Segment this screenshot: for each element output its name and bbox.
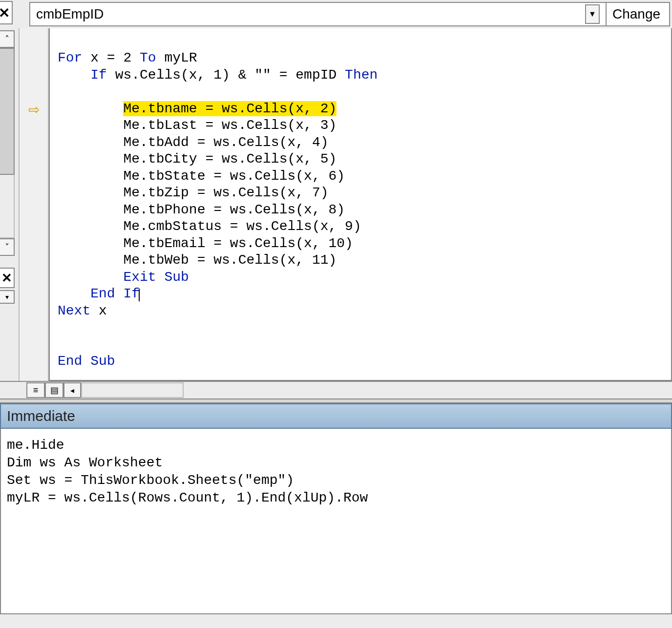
scrollbar-thumb[interactable] <box>0 48 15 175</box>
procedure-combo[interactable]: Change <box>607 2 670 26</box>
close-button[interactable]: ✕ <box>0 1 13 24</box>
full-module-view-button[interactable]: ▤ <box>45 382 63 398</box>
immediate-title: Immediate <box>7 408 75 424</box>
close-icon: ✕ <box>0 5 10 21</box>
margin-indicator-bar[interactable]: ⇨ <box>20 28 49 381</box>
panel-toggle[interactable]: ▾ <box>0 290 15 304</box>
keyword-end-if: End If <box>90 286 140 301</box>
code-editor[interactable]: For x = 2 To myLR If ws.Cells(x, 1) & ""… <box>49 28 672 381</box>
view-mode-bar: ≡ ▤ ◂ <box>0 381 672 398</box>
immediate-line: me.Hide <box>7 438 64 453</box>
keyword-next: Next <box>58 303 90 318</box>
execution-pointer-icon: ⇨ <box>28 102 40 118</box>
code-line: Me.tbCity = ws.Cells(x, 5) <box>123 151 336 167</box>
chevron-down-icon[interactable]: ▼ <box>585 4 600 24</box>
keyword-exit-sub: Exit Sub <box>123 270 189 285</box>
code-text: x <box>90 303 107 318</box>
scroll-up-button[interactable]: ˄ <box>0 30 15 48</box>
object-combo[interactable]: cmbEmpID ▼ <box>29 2 607 26</box>
highlighted-line: Me.tbname = ws.Cells(x, 2) <box>123 101 336 116</box>
module-icon: ▤ <box>50 385 59 396</box>
code-text: x = 2 <box>82 50 140 65</box>
chevron-down-icon: ˅ <box>5 242 9 252</box>
keyword-then: Then <box>345 67 378 83</box>
code-line: Me.tbAdd = ws.Cells(x, 4) <box>123 135 328 150</box>
procedure-view-button[interactable]: ≡ <box>26 382 45 398</box>
panel-close-button[interactable]: ✕ <box>0 268 15 288</box>
splitter-bar[interactable] <box>0 398 672 403</box>
immediate-line: Dim ws As Worksheet <box>7 455 163 470</box>
list-icon: ≡ <box>33 385 39 396</box>
immediate-line: myLR = ws.Cells(Rows.Count, 1).End(xlUp)… <box>7 490 368 505</box>
object-combo-text: cmbEmpID <box>36 6 585 22</box>
dropdown-icon: ▾ <box>5 293 9 301</box>
hscroll-left-button[interactable]: ◂ <box>63 382 81 398</box>
vertical-scrollbar-area: ˄ ˅ ✕ ▾ <box>0 28 20 381</box>
procedure-combo-text: Change <box>612 6 660 22</box>
code-line: Me.cmbStatus = ws.Cells(x, 9) <box>123 219 361 234</box>
close-icon: ✕ <box>1 271 12 286</box>
code-line: Me.tbState = ws.Cells(x, 6) <box>123 168 345 184</box>
chevron-up-icon: ˄ <box>5 34 9 44</box>
code-text: ws.Cells(x, 1) & "" = empID <box>107 67 345 83</box>
keyword-if: If <box>90 67 107 83</box>
code-line: Me.tbEmail = ws.Cells(x, 10) <box>123 236 353 251</box>
code-line: Me.tbZip = ws.Cells(x, 7) <box>123 185 328 200</box>
code-line: Me.tbPhone = ws.Cells(x, 8) <box>123 202 345 217</box>
code-line: Me.tbWeb = ws.Cells(x, 11) <box>123 252 336 268</box>
chevron-left-icon: ◂ <box>70 386 74 395</box>
keyword-end-sub: End Sub <box>58 354 115 369</box>
keyword-for: For <box>58 50 82 65</box>
immediate-window[interactable]: me.Hide Dim ws As Worksheet Set ws = Thi… <box>0 429 672 614</box>
code-text: myLR <box>156 50 197 65</box>
keyword-to: To <box>140 50 156 65</box>
scroll-down-button[interactable]: ˅ <box>0 238 15 256</box>
immediate-line: Set ws = ThisWorkbook.Sheets("emp") <box>7 473 294 488</box>
immediate-window-header[interactable]: Immediate <box>0 403 672 429</box>
hscroll-track[interactable] <box>81 382 184 398</box>
code-line: Me.tbLast = ws.Cells(x, 3) <box>123 118 336 133</box>
